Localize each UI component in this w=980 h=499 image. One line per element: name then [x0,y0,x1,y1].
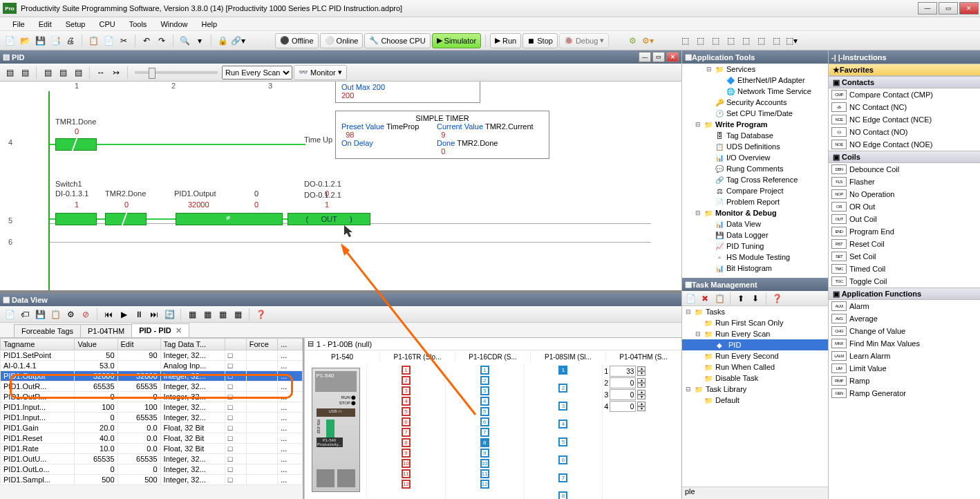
instruction-item[interactable]: CHGChange of Value [829,325,980,337]
expand-icon[interactable]: ⊟ [685,308,692,315]
analog-value-input[interactable] [610,377,636,388]
cut-icon[interactable]: ✂ [117,34,131,48]
io-point[interactable]: 3 [558,402,567,411]
instruction-item[interactable]: TMCTimed Coil [829,263,980,275]
tree-item[interactable]: 🕐Set CPU Time/Date [682,108,828,119]
table-row[interactable]: PID1.Reset40.00.0Float, 32 Bit□... [1,433,303,444]
tree-item[interactable]: 📊Data View [682,218,828,229]
io-point[interactable]: 1 [402,366,411,375]
spinner[interactable]: ▴▾ [637,378,646,388]
rung-tool4-icon[interactable]: ▤ [56,66,70,79]
expand-icon[interactable]: ⊟ [308,339,314,348]
instruction-item[interactable]: AVGAverage [829,312,980,325]
instruction-item[interactable]: -|/|-NC Contact (NC) [829,101,980,113]
print-icon[interactable]: 🖨 [64,34,77,48]
io-point[interactable]: 3 [480,386,489,395]
table-row[interactable]: PID1.OutLo...00Integer, 32...□... [1,464,303,475]
dv-pause-icon[interactable]: ⏸ [132,308,146,321]
tree-item[interactable]: 📁Run Every Second [682,350,828,361]
io-point[interactable]: 12 [480,480,489,489]
rung-tool3-icon[interactable]: ▤ [41,66,55,79]
table-row[interactable]: PID1.SetPoint5090Integer, 32...□... [1,350,303,361]
io-point[interactable]: 10 [402,459,411,468]
tree-item[interactable]: 🔑Security Accounts [682,97,828,108]
dv-cancel-icon[interactable]: ⊘ [79,308,93,321]
spinner[interactable]: ▴▾ [637,402,646,411]
io-point[interactable]: 9 [402,449,411,458]
new-icon[interactable]: 📄 [3,34,17,48]
dv-copy-icon[interactable]: 📋 [48,308,62,321]
io-point[interactable]: 4 [402,397,411,406]
dv-tag-icon[interactable]: 🏷 [18,308,32,321]
tree-item[interactable]: 📊Bit Histogram [682,263,828,274]
panel1-icon[interactable]: ⬚ [678,34,692,48]
dv-tab[interactable]: Forceable Tags [14,324,81,337]
tree-item[interactable]: 📋UDS Definitions [682,141,828,152]
analog-value-input[interactable] [610,366,636,377]
bottom-tab[interactable]: ple [682,487,828,499]
instruction-item[interactable]: FLSFlasher [829,176,980,188]
table-row[interactable]: PID1.Sampl...500500Integer, 32...□... [1,475,303,485]
analog-value-input[interactable] [610,389,636,400]
panel4-icon[interactable]: ⬚ [724,34,737,48]
io-point[interactable]: 8 [402,438,411,447]
io-point[interactable]: 3 [402,386,411,395]
find-icon[interactable]: 🔍 [178,34,191,48]
instruction-item[interactable]: NCENC Edge Contact (NCE) [829,113,980,126]
instruction-item[interactable]: CMPCompare Contact (CMP) [829,88,980,101]
task-up-icon[interactable]: ⬆ [734,292,748,305]
tree-item[interactable]: ⊟📁Tasks [682,306,828,317]
io-point[interactable]: 5 [402,407,411,416]
io-point[interactable]: 6 [480,417,489,426]
tree-item[interactable]: 📁Run First Scan Only [682,317,828,328]
debug-button[interactable]: 🐞 Debug ▾ [559,33,609,48]
tree-item[interactable]: ⊟📁Run Every Scan [682,328,828,339]
table-row[interactable]: PID1.OutR...00Integer, 32...□... [1,392,303,402]
dv-play-icon[interactable]: ▶ [117,308,131,321]
dv-new-icon[interactable]: 📄 [3,308,17,321]
column-header[interactable]: ... [278,339,303,350]
io-point[interactable]: 10 [480,459,489,468]
column-header[interactable]: Tagname [1,339,75,350]
analog-channel[interactable]: 4▴▾ [604,401,679,412]
ladder-editor[interactable]: 12345 Out Max 200 200 4 TMR1.Done 0 Time… [0,82,681,292]
pid-minimize[interactable]: — [639,52,651,62]
panel6-icon[interactable]: ⬚ [754,34,768,48]
instruction-item[interactable]: OROR Out [829,200,980,213]
instruction-item[interactable]: TGCToggle Coil [829,275,980,288]
table-row[interactable]: PID1.Input...100100Integer, 32...□... [1,402,303,413]
tree-item[interactable]: 🔗Tag Cross Reference [682,174,828,185]
io-point[interactable]: 1 [480,366,489,375]
analog-channel[interactable]: 3▴▾ [604,389,679,400]
close-icon[interactable]: ✕ [176,326,182,335]
out-coil[interactable]: ( OUT ) [288,213,370,225]
simulator-button[interactable]: ▶ Simulator [432,33,481,48]
window-close[interactable]: ✕ [959,2,979,15]
io-point[interactable]: 7 [480,428,489,437]
dv-grid3-icon[interactable]: ▦ [216,308,229,321]
io-point[interactable]: 5 [480,407,489,416]
undo-icon[interactable]: ↶ [140,34,153,48]
panel8-icon[interactable]: ⬚▾ [784,34,798,48]
monitor-button[interactable]: 👓 Monitor ▾ [294,65,347,80]
io-point[interactable]: 6 [402,417,411,426]
spinner[interactable]: ▴▾ [637,390,646,399]
slot-header[interactable]: P1-08SIM (Sl... [531,352,606,362]
tree-item[interactable]: ⊟📁Services [682,64,828,75]
instruction-item[interactable]: GENRamp Generator [829,387,980,399]
io-point[interactable]: 11 [480,469,489,478]
slot-header[interactable]: P1-16TR (Slo... [380,352,455,362]
module-slot-16tr[interactable]: 123456789101112 [367,364,446,499]
task-down-icon[interactable]: ⬇ [748,292,762,305]
menu-cpu[interactable]: CPU [93,19,120,30]
compare-contact[interactable]: ≠ [176,213,283,225]
table-row[interactable]: PID1.Input...065535Integer, 32...□... [1,413,303,423]
tree-item[interactable]: 💬Rung Comments [682,163,828,174]
module-panel[interactable]: ⊟ 1 - P1-00B (null) P1-540P1-16TR (Slo..… [304,338,681,499]
tree-item[interactable]: ⊟📁Write Program [682,119,828,130]
expand-icon[interactable]: ⊟ [695,121,701,128]
gear1-icon[interactable]: ⚙ [625,34,639,48]
dv-grid4-icon[interactable]: ▦ [231,308,245,321]
no-contact[interactable] [55,213,97,225]
instructions-list[interactable]: ▣ ContactsCMPCompare Contact (CMP)-|/|-N… [829,76,980,499]
